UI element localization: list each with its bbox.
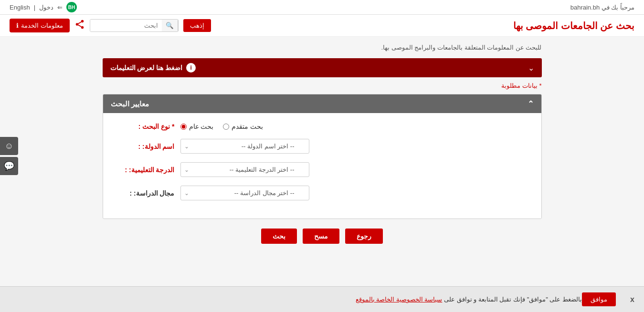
svg-line-4 <box>78 22 81 24</box>
page-subtitle: للبحث عن المعلومات المتعلقة بالجامعات وا… <box>103 44 542 51</box>
logo-badge: BH <box>66 2 77 12</box>
go-button[interactable]: إذهب <box>183 19 211 32</box>
chat-button[interactable]: 💬 <box>0 157 18 175</box>
smiley-icon: ☺ <box>5 141 13 151</box>
info-icon: ℹ <box>16 22 19 29</box>
degree-label: الدرجة التعليمية: <box>113 166 175 174</box>
arrow-icon: ⇐ <box>57 4 63 11</box>
search-type-radio-group: بحث متقدم بحث عام <box>180 123 264 130</box>
radio-general-label: بحث عام <box>189 123 214 130</box>
top-bar: مرحباً بك في bahrain.bh English | دخول ⇐… <box>0 0 644 15</box>
info-circle-icon: i <box>186 63 196 73</box>
search-input[interactable] <box>90 20 162 31</box>
side-buttons: ☺ 💬 <box>0 137 18 175</box>
criteria-body: بحث متقدم بحث عام * نوع البحث -- اختر <box>103 113 541 218</box>
radio-general[interactable]: بحث عام <box>180 123 214 130</box>
chevron-down-icon: ⌄ <box>528 63 534 73</box>
top-bar-left: English | دخول ⇐ BH <box>10 2 77 12</box>
english-lang[interactable]: English <box>10 4 30 11</box>
chat-icon: 💬 <box>4 161 14 171</box>
search-type-row: بحث متقدم بحث عام * نوع البحث <box>113 123 532 130</box>
required-note: * بيانات مطلوبة <box>103 82 542 89</box>
degree-select-wrapper: -- اختر الدرجة التعليمية -- ⌄ <box>180 162 309 177</box>
service-info-button[interactable]: ℹ معلومات الخدمة <box>10 19 70 32</box>
instructions-banner[interactable]: ⌄ i اضغط هنا لعرض التعليمات <box>103 58 542 77</box>
radio-advanced[interactable]: بحث متقدم <box>223 123 263 130</box>
study-field-label: مجال الدراسة: <box>113 189 175 197</box>
degree-select[interactable]: -- اختر الدرجة التعليمية -- <box>180 162 309 177</box>
country-label: اسم الدولة: <box>113 143 175 150</box>
top-bar-right: مرحباً بك في bahrain.bh <box>570 4 634 11</box>
banner-text: i اضغط هنا لعرض التعليمات <box>110 63 196 73</box>
svg-line-3 <box>78 25 81 27</box>
country-select-wrapper: -- اختر اسم الدولة -- ⌄ <box>180 139 309 154</box>
separator: | <box>34 4 35 11</box>
degree-row: -- اختر الدرجة التعليمية -- ⌄ الدرجة الت… <box>113 162 532 177</box>
study-field-select[interactable]: -- اختر مجال الدراسة -- <box>180 186 309 200</box>
criteria-header: ⌃ معايير البحث <box>103 94 541 113</box>
svg-point-0 <box>81 20 84 23</box>
country-select[interactable]: -- اختر اسم الدولة -- <box>180 139 309 154</box>
search-wrapper: 🔍 <box>90 19 179 32</box>
svg-point-2 <box>81 26 84 29</box>
study-field-select-wrapper: -- اختر مجال الدراسة -- ⌄ <box>180 186 309 200</box>
search-type-label: * نوع البحث <box>113 123 175 130</box>
country-row: -- اختر اسم الدولة -- ⌄ اسم الدولة: <box>113 139 532 154</box>
criteria-chevron-icon: ⌃ <box>528 99 534 108</box>
radio-advanced-input[interactable] <box>223 124 229 130</box>
radio-general-input[interactable] <box>180 124 187 130</box>
main-content: للبحث عن المعلومات المتعلقة بالجامعات وا… <box>93 37 551 260</box>
svg-point-1 <box>75 23 78 26</box>
search-submit-button[interactable]: بحث <box>261 229 297 244</box>
share-icon[interactable] <box>74 19 85 32</box>
page-title: بحث عن الجامعات الموصى بها <box>513 20 634 31</box>
action-buttons: رجوع مسح بحث <box>103 229 542 244</box>
feedback-button[interactable]: ☺ <box>0 137 18 155</box>
welcome-text: مرحباً بك في bahrain.bh <box>570 4 634 11</box>
clear-button[interactable]: مسح <box>303 229 339 244</box>
study-field-row: -- اختر مجال الدراسة -- ⌄ مجال الدراسة: <box>113 186 532 200</box>
login-text[interactable]: دخول <box>39 4 53 11</box>
back-button[interactable]: رجوع <box>345 229 383 244</box>
radio-advanced-label: بحث متقدم <box>232 123 263 130</box>
criteria-panel: ⌃ معايير البحث بحث متقدم بحث عام * نوع <box>103 94 542 219</box>
toolbar-actions: ℹ معلومات الخدمة 🔍 إذهب <box>10 19 211 32</box>
search-button[interactable]: 🔍 <box>162 20 178 31</box>
header-toolbar: بحث عن الجامعات الموصى بها ℹ معلومات الخ… <box>0 15 644 37</box>
